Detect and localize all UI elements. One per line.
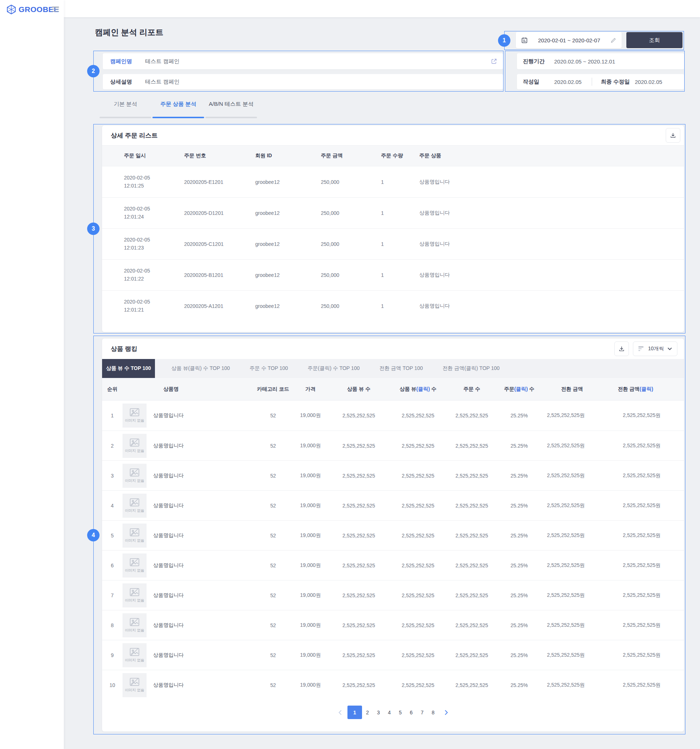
category-code: 52: [257, 622, 290, 628]
order-count: 2,525,252,525: [450, 413, 494, 419]
price: 19,000원: [290, 412, 331, 419]
tab-underline: [205, 117, 257, 118]
price: 19,000원: [290, 502, 331, 509]
product-cell: 이미지 없음상품명입니다: [122, 404, 257, 428]
pagination: 12345678: [102, 706, 684, 719]
chevron-left-icon[interactable]: [334, 706, 345, 719]
ranking-tab-4[interactable]: 전환 금액 TOP 100: [369, 359, 432, 378]
order-click-rate: 25.25%: [494, 652, 545, 658]
no-image-icon: [130, 588, 140, 596]
order-row: 2020-02-0512:01:2320200205-C1201groobee1…: [102, 228, 684, 259]
product-thumbnail: 이미지 없음: [122, 524, 146, 547]
conversion-click-amount: 2,525,252,525원: [599, 682, 684, 688]
order-click-rate: 25.25%: [494, 563, 545, 569]
product-name: 상품명입니다: [153, 532, 184, 539]
annotation-number-3: 3: [87, 223, 99, 235]
ranking-tab-5[interactable]: 전환 금액(클릭) TOP 100: [433, 359, 510, 378]
tab-label: 기본 분석: [99, 98, 151, 108]
chevron-right-icon[interactable]: [441, 706, 452, 719]
view-click-count: 2,525,252,525: [386, 563, 450, 569]
product-cell: 이미지 없음상품명입니다: [122, 464, 257, 488]
page-button-7[interactable]: 7: [417, 706, 428, 719]
tab-1[interactable]: 주문 상품 분석: [153, 98, 204, 118]
page-title: 캠페인 분석 리포트: [95, 27, 163, 38]
ranking-column-header: 전환 금액(클릭): [599, 386, 684, 393]
hamburger-menu-icon[interactable]: [52, 6, 59, 12]
order-number: 20200205-D1201: [184, 210, 255, 216]
header-text: 상품 뷰: [400, 386, 416, 392]
ranking-tab-1[interactable]: 상품 뷰(클릭) 수 TOP 100: [162, 359, 240, 378]
product-thumbnail: 이미지 없음: [122, 673, 146, 697]
calendar-icon: [521, 37, 528, 44]
no-image-icon: [130, 498, 140, 507]
annotation-number-1: 1: [498, 34, 511, 47]
order-amount: 250,000: [321, 179, 381, 185]
sort-lines-icon: [638, 346, 644, 352]
product-cell: 이미지 없음상품명입니다: [122, 673, 257, 697]
download-button[interactable]: [614, 341, 629, 356]
page-button-3[interactable]: 3: [373, 706, 384, 719]
ranking-tabs: 상품 뷰 수 TOP 100상품 뷰(클릭) 수 TOP 100주문 수 TOP…: [102, 359, 684, 378]
page-button-5[interactable]: 5: [395, 706, 406, 719]
page-button-8[interactable]: 8: [428, 706, 439, 719]
conversion-click-amount: 2,525,252,525원: [599, 622, 684, 628]
page-size-dropdown[interactable]: 10개씩: [633, 341, 677, 356]
page-button-6[interactable]: 6: [406, 706, 417, 719]
ranking-row: 10 이미지 없음상품명입니다5219,000원2,525,252,5252,5…: [102, 670, 684, 700]
conversion-click-amount: 2,525,252,525원: [599, 562, 684, 569]
page-button-4[interactable]: 4: [384, 706, 395, 719]
ranking-tab-0[interactable]: 상품 뷰 수 TOP 100: [102, 359, 155, 378]
no-image-icon: [130, 648, 140, 656]
search-button[interactable]: 조회: [626, 32, 683, 48]
ranking-row: 6 이미지 없음상품명입니다5219,000원2,525,252,5252,52…: [102, 550, 684, 580]
ranking-tab-3[interactable]: 주문(클릭) 수 TOP 100: [298, 359, 370, 378]
ranking-column-header: 상품 뷰(클릭) 수: [386, 386, 450, 393]
tab-0[interactable]: 기본 분석: [99, 98, 151, 118]
order-product: 상품명입니다: [419, 303, 673, 309]
ranking-row: 9 이미지 없음상품명입니다5219,000원2,525,252,5252,52…: [102, 640, 684, 670]
conversion-click-amount: 2,525,252,525원: [599, 502, 684, 509]
member-id: groobee12: [255, 241, 321, 247]
campaign-name-value: 테스트 캠페인: [145, 58, 179, 65]
order-product: 상품명입니다: [419, 241, 673, 248]
external-link-icon[interactable]: [491, 58, 497, 64]
view-click-count: 2,525,252,525: [386, 652, 450, 658]
page-button-1[interactable]: 1: [348, 706, 362, 719]
view-count: 2,525,252,525: [331, 563, 386, 569]
product-cell: 이미지 없음상품명입니다: [122, 553, 257, 578]
campaign-desc-value: 테스트 캠페인: [145, 78, 179, 86]
brand-logo[interactable]: GROOBEE: [6, 5, 59, 15]
order-column-header: 주문 번호: [184, 153, 255, 159]
download-button[interactable]: [666, 128, 680, 143]
header-click-text: (클릭): [639, 386, 653, 392]
edit-pencil-icon[interactable]: [610, 37, 616, 43]
order-time: 12:01:24: [124, 213, 184, 221]
conversion-amount: 2,525,252,525원: [545, 532, 599, 539]
product-name: 상품명입니다: [153, 502, 184, 509]
product-cell: 이미지 없음상품명입니다: [122, 583, 257, 607]
conversion-amount: 2,525,252,525원: [545, 443, 599, 449]
no-image-icon: [130, 558, 140, 567]
no-image-icon: [130, 677, 140, 686]
product-name: 상품명입니다: [153, 472, 184, 479]
tab-2[interactable]: A/B/N 테스트 분석: [205, 98, 257, 118]
modified-date-label: 최종 수정일: [601, 78, 630, 86]
annotation-number-2: 2: [87, 65, 99, 77]
order-click-rate: 25.25%: [494, 533, 545, 538]
header-text: 주문 수: [464, 386, 480, 392]
campaign-name-field: 캠페인명 테스트 캠페인: [103, 53, 503, 69]
tab-label: 주문 상품 분석: [153, 98, 204, 108]
order-count: 2,525,252,525: [450, 682, 494, 688]
category-code: 52: [257, 652, 290, 658]
price: 19,000원: [290, 443, 331, 449]
order-datetime: 2020-02-0512:01:22: [124, 267, 184, 283]
page-button-2[interactable]: 2: [362, 706, 373, 719]
ranking-tab-2[interactable]: 주문 수 TOP 100: [240, 359, 298, 378]
ranking-column-header: 전환 금액: [545, 386, 599, 393]
ranking-column-header: 주문 수: [450, 386, 494, 393]
price: 19,000원: [290, 622, 331, 628]
header-click-text: (클릭): [416, 386, 430, 392]
date-range-picker[interactable]: 2020-02-01 ~ 2020-02-07: [516, 32, 622, 48]
ranking-column-header: 상품 뷰 수: [331, 386, 386, 393]
view-click-count: 2,525,252,525: [386, 593, 450, 598]
